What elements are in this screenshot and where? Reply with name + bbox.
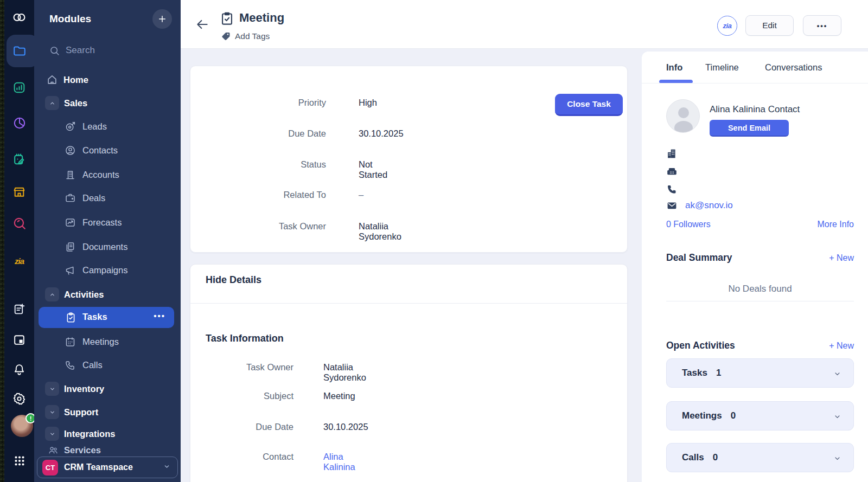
- chevron-down-icon[interactable]: [45, 382, 59, 396]
- chevron-down-icon[interactable]: [45, 405, 59, 419]
- back-button[interactable]: [195, 17, 209, 31]
- sidebar-item-home[interactable]: Home: [34, 72, 181, 87]
- tasks-more-icon[interactable]: •••: [154, 311, 165, 320]
- sidebar-group-label: Inventory: [64, 384, 104, 394]
- analytics-app-icon[interactable]: [12, 80, 27, 95]
- field-value: –: [359, 190, 363, 200]
- add-tags-button[interactable]: Add Tags: [221, 31, 270, 41]
- add-module-button[interactable]: [152, 9, 172, 29]
- calendar-icon[interactable]: [12, 332, 27, 347]
- email-envelope-icon: [666, 200, 678, 212]
- create-note-icon[interactable]: [12, 302, 27, 317]
- sidebar-item-documents[interactable]: Documents: [34, 239, 181, 254]
- teamspace-selector[interactable]: CT CRM Teamspace: [37, 457, 178, 478]
- field-label: Contact: [201, 452, 293, 462]
- accordion-count: 1: [716, 368, 721, 378]
- more-info-link[interactable]: More Info: [817, 220, 854, 229]
- sidebar-item-label: Tasks: [82, 312, 107, 322]
- sidebar-group-support[interactable]: Support: [34, 404, 181, 420]
- zia-rail-icon[interactable]: zia: [12, 254, 27, 268]
- sidebar-group-activities[interactable]: Activities: [34, 287, 181, 302]
- app-grid-icon[interactable]: [12, 453, 27, 468]
- accordion-calls[interactable]: Calls 0: [666, 443, 854, 472]
- settings-gear-icon[interactable]: [12, 391, 27, 406]
- marketplace-app-icon[interactable]: [12, 185, 27, 200]
- tag-icon: [221, 31, 231, 41]
- zoho-logo-icon[interactable]: [12, 10, 27, 24]
- task-record-icon: [220, 11, 234, 28]
- sidebar-item-services[interactable]: Services: [34, 442, 181, 458]
- field-label: Related To: [201, 190, 326, 200]
- hide-details-toggle[interactable]: Hide Details: [206, 274, 261, 286]
- open-activities-title: Open Activities: [666, 340, 735, 351]
- tab-timeline[interactable]: Timeline: [705, 62, 739, 73]
- edit-button[interactable]: Edit: [745, 15, 794, 36]
- field-label: Subject: [201, 391, 293, 401]
- accordion-meetings[interactable]: Meetings 0: [666, 401, 854, 430]
- sidebar-group-label: Sales: [64, 98, 87, 108]
- leads-icon: [65, 121, 76, 132]
- new-activity-link[interactable]: + New: [829, 341, 854, 351]
- sidebar-item-accounts[interactable]: Accounts: [34, 167, 181, 182]
- sidebar-group-inventory[interactable]: Inventory: [34, 381, 181, 396]
- new-deal-link[interactable]: + New: [829, 253, 854, 263]
- field-label: Status: [201, 159, 326, 170]
- sidebar-item-leads[interactable]: Leads: [34, 119, 181, 134]
- services-icon: [47, 445, 59, 456]
- field-value: High: [359, 98, 377, 108]
- calls-icon: [65, 359, 76, 371]
- field-value: Nataliia Sydorenko: [323, 362, 366, 383]
- reports-app-icon[interactable]: [12, 115, 27, 130]
- followers-link[interactable]: 0 Followers: [666, 220, 711, 229]
- deal-summary-header: Deal Summary + New: [666, 252, 854, 264]
- main-area: Meeting Add Tags zia Edit ••• Priority H…: [181, 0, 868, 482]
- search-icon: [49, 45, 60, 59]
- notifications-bell-icon[interactable]: [12, 362, 27, 377]
- field-value: Nataliia Sydorenko: [359, 221, 401, 242]
- forecasts-icon: [65, 217, 76, 228]
- contact-name[interactable]: Alina Kalinina Contact: [710, 104, 800, 115]
- contact-email-link[interactable]: ak@snov.io: [685, 200, 733, 211]
- sidebar-item-forecasts[interactable]: Forecasts: [34, 215, 181, 230]
- section-title: Task Information: [206, 333, 284, 344]
- user-avatar[interactable]: !: [11, 415, 33, 437]
- add-tags-label: Add Tags: [235, 31, 270, 41]
- tab-conversations[interactable]: Conversations: [765, 62, 822, 73]
- accordion-tasks[interactable]: Tasks 1: [666, 358, 854, 388]
- sidebar-item-label: Documents: [82, 242, 127, 252]
- sidebar-item-tasks-selected[interactable]: Tasks •••: [39, 307, 174, 328]
- sidebar-item-contacts[interactable]: Contacts: [34, 143, 181, 158]
- planner-app-icon[interactable]: [12, 152, 27, 167]
- sidebar-item-meetings[interactable]: Meetings: [34, 334, 181, 349]
- deal-summary-title: Deal Summary: [666, 252, 732, 264]
- more-actions-button[interactable]: •••: [803, 15, 841, 36]
- sidebar-item-calls[interactable]: Calls: [34, 357, 181, 372]
- deals-icon: [65, 192, 76, 204]
- sidebar-group-label: Support: [64, 407, 98, 417]
- sidebar-item-label: Home: [63, 75, 88, 85]
- field-value: Meeting: [323, 391, 355, 401]
- field-value: 30.10.2025: [323, 422, 368, 432]
- close-task-button[interactable]: Close Task: [555, 94, 623, 116]
- sidebar-search-input[interactable]: Search: [34, 43, 181, 59]
- chevron-down-icon[interactable]: [45, 427, 59, 441]
- folder-app-icon[interactable]: [12, 43, 27, 58]
- field-value: Not Started: [359, 159, 387, 180]
- zia-assistant-button[interactable]: zia: [717, 16, 737, 36]
- record-header: Meeting Add Tags zia Edit •••: [181, 0, 868, 49]
- sidebar-item-deals[interactable]: Deals: [34, 190, 181, 205]
- chevron-up-icon[interactable]: [45, 96, 59, 110]
- meetings-icon: [65, 336, 76, 348]
- chevron-up-icon[interactable]: [45, 287, 59, 301]
- sidebar-item-campaigns[interactable]: Campaigns: [34, 262, 181, 278]
- task-details-card: Hide Details Task Information Task Owner…: [190, 264, 628, 482]
- task-summary-card: Priority High Due Date 30.10.2025 Status…: [190, 66, 628, 253]
- contact-link[interactable]: Alina Kalinina: [323, 452, 355, 472]
- sidebar-group-sales[interactable]: Sales: [34, 95, 181, 111]
- sidebar-group-integrations[interactable]: Integrations: [34, 426, 181, 441]
- teamspace-name: CRM Teamspace: [64, 462, 163, 472]
- tab-info[interactable]: Info: [666, 62, 682, 73]
- send-email-button[interactable]: Send Email: [710, 120, 789, 137]
- search-app-icon[interactable]: [12, 216, 27, 230]
- desktop-edge: [0, 0, 4, 482]
